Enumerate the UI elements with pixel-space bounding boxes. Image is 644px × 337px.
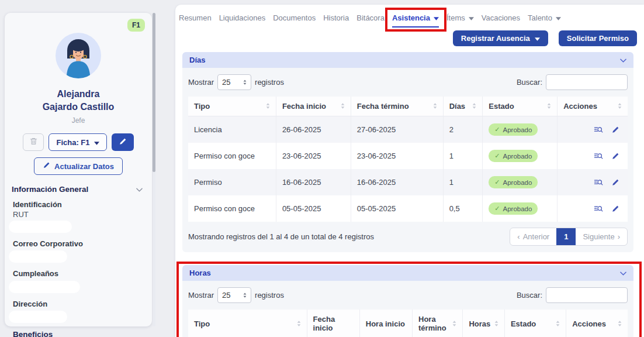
redacted-value (9, 250, 67, 263)
field-direccion: Dirección (13, 299, 144, 324)
caret-down-icon (434, 13, 439, 22)
edit-icon[interactable] (611, 178, 619, 187)
pencil-icon (119, 137, 127, 147)
column-header-estado[interactable]: Estado (504, 310, 566, 337)
employee-role: Jefe (5, 116, 152, 125)
sort-icon (547, 102, 551, 111)
column-header-horas[interactable]: Horas (463, 310, 504, 337)
pagination-next[interactable]: Siguiente › (576, 228, 627, 245)
request-permission-button[interactable]: Solicitar Permiso (559, 30, 637, 46)
registros-label: registros (255, 78, 284, 87)
chevron-down-icon[interactable] (620, 56, 626, 64)
column-header-tipo[interactable]: Tipo (188, 97, 276, 116)
column-header-fecha-inicio[interactable]: Fecha inicio (307, 310, 359, 337)
table-row: Permiso 16-06-2025 16-06-2025 1 ✓Aprobad… (188, 169, 628, 195)
redacted-value (9, 281, 80, 293)
section-informacion-general[interactable]: Información General (5, 185, 152, 194)
column-header-acciones[interactable]: Acciones (558, 97, 628, 116)
field-correo: Correo Corporativo (13, 239, 144, 263)
table-row: Licencia 26-06-2025 27-06-2025 2 ✓Aproba… (188, 116, 628, 143)
column-header-tipo[interactable]: Tipo (188, 310, 307, 337)
chevron-right-icon: › (618, 232, 620, 241)
search-input[interactable] (546, 74, 628, 90)
dias-panel: Días Mostrar 25 registros Buscar: (182, 52, 633, 252)
table-row: Permiso con goce 23-06-2025 23-06-2025 1… (188, 143, 628, 169)
caret-down-icon (556, 13, 561, 22)
sort-icon (341, 102, 345, 111)
caret-down-icon (94, 138, 99, 147)
sidebar-scrollbar-thumb[interactable] (153, 13, 155, 172)
edit-icon[interactable] (611, 126, 619, 134)
caret-down-icon (535, 34, 540, 43)
search-label: Buscar: (517, 291, 542, 300)
tab-asistencia[interactable]: Asistencia (392, 13, 439, 27)
sidebar-scrollbar[interactable] (153, 13, 155, 326)
spinner-carets-icon (243, 78, 247, 87)
records-summary: Mostrando registros del 1 al 4 de un tot… (188, 232, 374, 241)
detail-icon[interactable] (594, 205, 603, 213)
caret-down-icon (469, 13, 474, 22)
section-beneficios-clipped: Beneficios (13, 330, 53, 337)
tab-documentos[interactable]: Documentos (273, 13, 316, 27)
page-size-select[interactable]: 25 (217, 287, 251, 303)
chevron-down-icon[interactable] (620, 269, 626, 277)
field-cumpleanos: Cumpleaños (13, 269, 144, 293)
tab-items[interactable]: Ítems (446, 13, 474, 27)
pencil-icon (43, 161, 50, 171)
horas-panel: Horas Mostrar 25 registros Buscar: (182, 265, 633, 337)
tab-talento[interactable]: Talento (528, 13, 561, 27)
column-header-hora-termino[interactable]: Hora término (413, 310, 463, 337)
employee-name: Alejandra Gajardo Castillo (5, 88, 152, 113)
tab-resumen[interactable]: Resumen (179, 13, 212, 27)
detail-icon[interactable] (594, 178, 603, 187)
trash-icon (29, 137, 38, 147)
pagination: ‹ Anterior 1 Siguiente › (510, 228, 628, 246)
update-data-button[interactable]: Actualizar Datos (34, 157, 123, 175)
edit-profile-button[interactable] (112, 133, 134, 151)
pagination-prev[interactable]: ‹ Anterior (510, 228, 556, 245)
chevron-down-icon (136, 185, 143, 194)
column-header-estado[interactable]: Estado (483, 97, 558, 116)
check-icon: ✓ (494, 152, 500, 160)
delete-employee-button[interactable] (23, 133, 44, 151)
detail-icon[interactable] (594, 126, 603, 134)
chevron-left-icon: ‹ (517, 232, 520, 241)
ficha-tag-badge: F1 (127, 19, 145, 32)
sort-icon (452, 319, 456, 328)
column-header-fecha-termino[interactable]: Fecha término (351, 97, 443, 116)
main-content-card: Resumen Liquidaciones Documentos Histori… (175, 5, 644, 337)
tab-liquidaciones[interactable]: Liquidaciones (219, 13, 266, 27)
sort-icon (494, 319, 498, 328)
redacted-value (9, 311, 67, 323)
detail-icon[interactable] (594, 152, 603, 160)
table-row: Permiso con goce 05-05-2025 05-05-2025 0… (188, 195, 628, 222)
dias-panel-header[interactable]: Días (182, 52, 633, 68)
avatar (56, 33, 101, 81)
edit-icon[interactable] (611, 152, 619, 160)
tab-historia[interactable]: Historia (323, 13, 349, 27)
status-badge: ✓Aprobado (489, 176, 538, 188)
status-badge: ✓Aprobado (489, 123, 538, 136)
show-label: Mostrar (188, 291, 214, 300)
ficha-select-button[interactable]: Ficha: F1 (49, 133, 106, 151)
tab-vacaciones[interactable]: Vacaciones (482, 13, 520, 27)
search-label: Buscar: (517, 78, 542, 87)
dias-table: Tipo Fecha inicio Fecha término Días Est… (188, 97, 628, 222)
horas-table: Tipo Fecha inicio Hora inicio Hora térmi… (188, 310, 628, 337)
registros-label: registros (255, 291, 284, 300)
page-size-select[interactable]: 25 (217, 74, 251, 90)
sort-icon (266, 102, 270, 111)
employee-sidebar-card: F1 (5, 13, 152, 326)
register-absence-button[interactable]: Registrar Ausencia (453, 30, 548, 46)
edit-icon[interactable] (611, 205, 619, 213)
column-header-hora-inicio[interactable]: Hora inicio (359, 310, 412, 337)
tab-bitacora[interactable]: Bitácora (356, 13, 385, 27)
column-header-dias[interactable]: Días (443, 97, 483, 116)
horas-panel-header[interactable]: Horas (182, 265, 633, 281)
search-input[interactable] (546, 287, 628, 303)
column-header-acciones[interactable]: Acciones (566, 310, 628, 337)
column-header-fecha-inicio[interactable]: Fecha inicio (276, 97, 351, 116)
pagination-page-1[interactable]: 1 (556, 228, 576, 245)
sort-icon (556, 319, 560, 328)
panel-title: Días (189, 56, 205, 64)
